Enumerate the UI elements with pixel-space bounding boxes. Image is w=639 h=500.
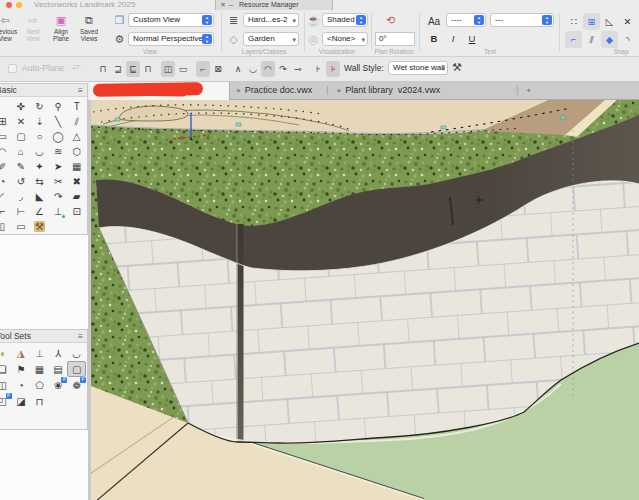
spline-tool[interactable]: ≋ bbox=[49, 144, 68, 159]
empty-cell[interactable] bbox=[49, 219, 68, 234]
angle-tool[interactable]: ∠ bbox=[30, 204, 49, 219]
previous-view-button[interactable]: ⇦Previous View bbox=[0, 13, 19, 49]
clipped-icon[interactable]: ▯ bbox=[0, 219, 12, 234]
underline-button[interactable]: U bbox=[464, 32, 480, 46]
current-view-select[interactable]: Custom View ▲▼ bbox=[128, 13, 214, 27]
object-snap-icon[interactable]: ⊞ bbox=[583, 13, 600, 30]
polyline-mode[interactable]: ⌐ bbox=[196, 61, 210, 77]
polyline-box-mode[interactable]: ⊠ bbox=[211, 61, 225, 77]
drawing-viewport[interactable] bbox=[91, 100, 639, 500]
tab-plant-library[interactable]: |×Plant library v2024.vwx bbox=[322, 82, 450, 100]
palette-menu-icon[interactable]: ≡ bbox=[78, 330, 83, 342]
extrude-tool[interactable]: ▰ bbox=[67, 189, 86, 204]
tangent-snap-icon[interactable]: ◆ bbox=[601, 31, 618, 48]
tab-active-document[interactable]: × wx bbox=[90, 82, 230, 100]
active-class-select[interactable]: Garden▾ bbox=[243, 32, 299, 46]
wand-tool[interactable]: ✦ bbox=[30, 159, 49, 174]
projection-icon[interactable]: ⚙ bbox=[112, 32, 127, 47]
attribute-mapping-tool[interactable]: ⚒ bbox=[30, 219, 49, 234]
arc-reverse-mode[interactable]: ↷ bbox=[276, 61, 290, 77]
circle-tool[interactable]: ○ bbox=[30, 129, 49, 144]
mirror-tool[interactable]: ⇆ bbox=[30, 174, 49, 189]
double-line-tool[interactable]: ⫽ bbox=[67, 114, 86, 129]
wall-mode-right[interactable]: ⊑ bbox=[126, 61, 140, 77]
text-tool[interactable]: T bbox=[67, 99, 86, 114]
close-window-icon[interactable] bbox=[6, 2, 12, 8]
hardscape-tool[interactable]: ◔ bbox=[12, 377, 31, 393]
image-tool[interactable]: ▦ bbox=[67, 159, 86, 174]
plan-rotation-field[interactable]: 0° bbox=[375, 32, 415, 46]
arc-cubic-mode[interactable]: ◡ bbox=[246, 61, 260, 77]
pan-tool[interactable]: ✜ bbox=[12, 99, 31, 114]
wall-tool[interactable]: ▢ bbox=[67, 361, 86, 377]
existing-plant-tool[interactable]: ❁P bbox=[67, 377, 86, 393]
triangle-tool[interactable]: △ bbox=[67, 129, 86, 144]
grid-snap-icon[interactable]: ∷ bbox=[565, 13, 582, 30]
close-icon[interactable]: ✕ bbox=[219, 0, 227, 10]
clipped-icon[interactable]: ◜ bbox=[0, 189, 12, 204]
grade-tool[interactable]: ◮ bbox=[12, 345, 31, 361]
layers-icon[interactable]: ≣ bbox=[226, 13, 241, 28]
rounded-rect-tool[interactable]: ▢ bbox=[12, 129, 31, 144]
empty-cell[interactable] bbox=[67, 219, 86, 234]
italic-button[interactable]: I bbox=[445, 32, 461, 46]
plan-rotation-icon[interactable]: ⟲ bbox=[383, 13, 398, 28]
clipped-icon[interactable]: ◔ bbox=[0, 174, 12, 189]
close-tab-icon[interactable]: × bbox=[337, 86, 342, 95]
offset-right-mode[interactable]: ⊧ bbox=[326, 61, 340, 77]
tool-sets-palette-header[interactable]: Tool Sets ≡ bbox=[0, 330, 87, 343]
align-left-icon[interactable] bbox=[490, 32, 506, 46]
plant-tool[interactable]: ❀P bbox=[49, 377, 68, 393]
clipped-icon[interactable] bbox=[0, 99, 12, 114]
clipped-icon[interactable]: ▭ bbox=[0, 129, 12, 144]
classes-icon[interactable]: ◇ bbox=[226, 32, 241, 47]
arc-mode[interactable]: ◠ bbox=[261, 61, 275, 77]
tree-tool[interactable]: ⅄ bbox=[49, 345, 68, 361]
new-tab-button[interactable]: |+ bbox=[502, 82, 535, 100]
angle-snap-icon[interactable]: ◺ bbox=[601, 13, 618, 30]
saved-views-button[interactable]: ⧉Saved Views bbox=[75, 13, 103, 49]
split-tool[interactable]: ✂ bbox=[49, 174, 68, 189]
eyedropper-tool[interactable]: ⇣ bbox=[30, 114, 49, 129]
rect-mode[interactable]: ◫ bbox=[161, 61, 175, 77]
connect-combine-tool[interactable]: ↷ bbox=[49, 189, 68, 204]
clipped-icon[interactable]: ❏ bbox=[0, 361, 12, 377]
retaining-wall-tool[interactable]: ◪ bbox=[12, 393, 31, 409]
freeform-tool[interactable]: ◡ bbox=[30, 144, 49, 159]
dimension-tool[interactable]: ⊢ bbox=[12, 204, 31, 219]
curved-shape-tool[interactable]: ◡ bbox=[67, 345, 86, 361]
line-tool[interactable]: ╲ bbox=[49, 114, 68, 129]
rect-rotated-mode[interactable]: ▭ bbox=[176, 61, 190, 77]
select-similar-tool[interactable]: ➤ bbox=[49, 159, 68, 174]
align-justify-icon[interactable] bbox=[538, 32, 554, 46]
clipped-icon[interactable]: ✐ bbox=[0, 159, 12, 174]
active-layer-select[interactable]: Hard...es-2▾ bbox=[243, 13, 299, 27]
trim-tool[interactable]: ✖ bbox=[67, 174, 86, 189]
font-size-select[interactable]: --- ▲▼ bbox=[490, 13, 554, 27]
point-mode[interactable]: ⊸ bbox=[291, 61, 305, 77]
rotate-tool[interactable]: ↺ bbox=[12, 174, 31, 189]
background-render-icon[interactable]: ◎ bbox=[306, 32, 321, 47]
offset-left-mode[interactable]: ⊦ bbox=[311, 61, 325, 77]
next-view-button[interactable]: ⇨Next View bbox=[19, 13, 47, 49]
wall-mode-left[interactable]: ⊓ bbox=[96, 61, 110, 77]
flyover-tool[interactable]: ↻ bbox=[30, 99, 49, 114]
align-plane-button[interactable]: ▣Align Plane bbox=[47, 13, 75, 49]
arc-vertex-mode[interactable]: ∧ bbox=[231, 61, 245, 77]
arc-snap-icon[interactable]: ◝ bbox=[619, 31, 636, 48]
smart-point-icon[interactable]: ✕ bbox=[619, 13, 636, 30]
align-center-icon[interactable] bbox=[506, 32, 522, 46]
clipped-icon[interactable]: ⊞ bbox=[0, 114, 12, 129]
align-right-icon[interactable] bbox=[522, 32, 538, 46]
minimize-window-icon[interactable] bbox=[16, 2, 22, 8]
stake-tool[interactable]: ⊥ bbox=[30, 345, 49, 361]
empty-cell[interactable] bbox=[67, 393, 86, 409]
close-tab-icon[interactable]: × bbox=[236, 86, 241, 95]
chamfer-tool[interactable]: ◣ bbox=[30, 189, 49, 204]
fence-tool[interactable]: ▤ bbox=[49, 361, 68, 377]
auto-plane-checkbox[interactable] bbox=[8, 64, 17, 73]
palette-menu-icon[interactable]: ≡ bbox=[78, 84, 83, 96]
clipped-icon[interactable]: ◰P bbox=[0, 393, 12, 409]
fillet-tool[interactable]: ◞ bbox=[12, 189, 31, 204]
wall-mode-center[interactable]: ⊒ bbox=[111, 61, 125, 77]
